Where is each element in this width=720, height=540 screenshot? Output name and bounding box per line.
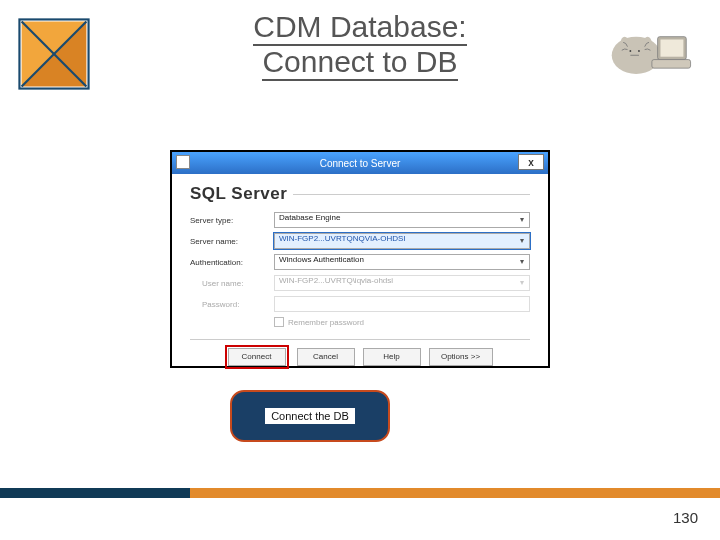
page-number: 130 xyxy=(673,509,698,526)
callout-bubble: Connect the DB xyxy=(230,390,390,442)
dialog-title: Connect to Server xyxy=(320,158,401,169)
footer-accent-bar xyxy=(0,488,720,498)
password-field xyxy=(274,296,530,312)
username-field: WIN-FGP2...UVRTQ\iqvia-ohdsi xyxy=(274,275,530,291)
chevron-down-icon: ▾ xyxy=(516,277,528,289)
server-name-combobox[interactable]: WIN-FGP2...UVRTQNQVIA-OHDSI xyxy=(274,233,530,249)
cat-laptop-illustration xyxy=(606,18,692,80)
server-type-dropdown[interactable]: Database Engine xyxy=(274,212,530,228)
svg-point-13 xyxy=(638,50,640,52)
product-header: SQL Server xyxy=(172,174,548,210)
connect-button[interactable]: Connect xyxy=(228,348,286,366)
username-label: User name: xyxy=(190,279,274,288)
svg-rect-9 xyxy=(660,40,683,57)
chevron-down-icon[interactable]: ▾ xyxy=(516,214,528,226)
system-menu-icon[interactable] xyxy=(176,155,190,169)
authentication-dropdown[interactable]: Windows Authentication xyxy=(274,254,530,270)
callout-text: Connect the DB xyxy=(265,408,355,424)
authentication-label: Authentication: xyxy=(190,258,274,267)
connect-button-highlight: Connect xyxy=(225,345,289,369)
connect-to-server-dialog: Connect to Server x SQL Server Server ty… xyxy=(170,150,550,368)
help-button[interactable]: Help xyxy=(363,348,421,366)
remember-password-checkbox xyxy=(274,317,284,327)
title-line2: Connect to DB xyxy=(262,45,457,81)
product-name: SQL Server xyxy=(190,184,287,204)
svg-point-12 xyxy=(629,50,631,52)
server-type-label: Server type: xyxy=(190,216,274,225)
dialog-titlebar: Connect to Server x xyxy=(172,152,548,174)
remember-password-label: Remember password xyxy=(288,318,364,327)
password-label: Password: xyxy=(190,300,274,309)
chevron-down-icon[interactable]: ▾ xyxy=(516,235,528,247)
cancel-button[interactable]: Cancel xyxy=(297,348,355,366)
close-button[interactable]: x xyxy=(518,154,544,170)
svg-rect-10 xyxy=(652,60,691,69)
title-line1: CDM Database: xyxy=(253,10,466,46)
server-name-label: Server name: xyxy=(190,237,274,246)
chevron-down-icon[interactable]: ▾ xyxy=(516,256,528,268)
options-button[interactable]: Options >> xyxy=(429,348,493,366)
